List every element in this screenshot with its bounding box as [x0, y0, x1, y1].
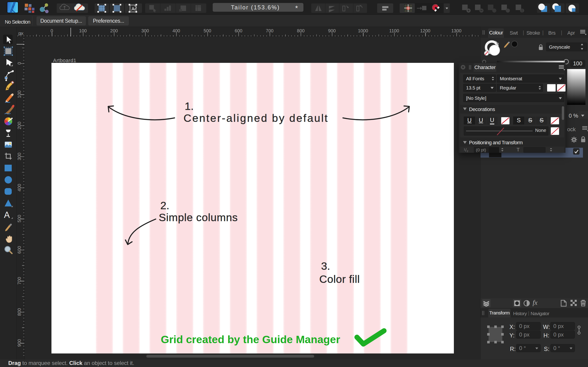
svg-text:Tailor (153.6%): Tailor (153.6%) [231, 4, 280, 10]
svg-text:Greyscale: Greyscale [549, 44, 570, 50]
svg-text:100: 100 [573, 60, 582, 67]
svg-text:A: A [4, 210, 10, 220]
svg-text:*: * [295, 4, 298, 12]
